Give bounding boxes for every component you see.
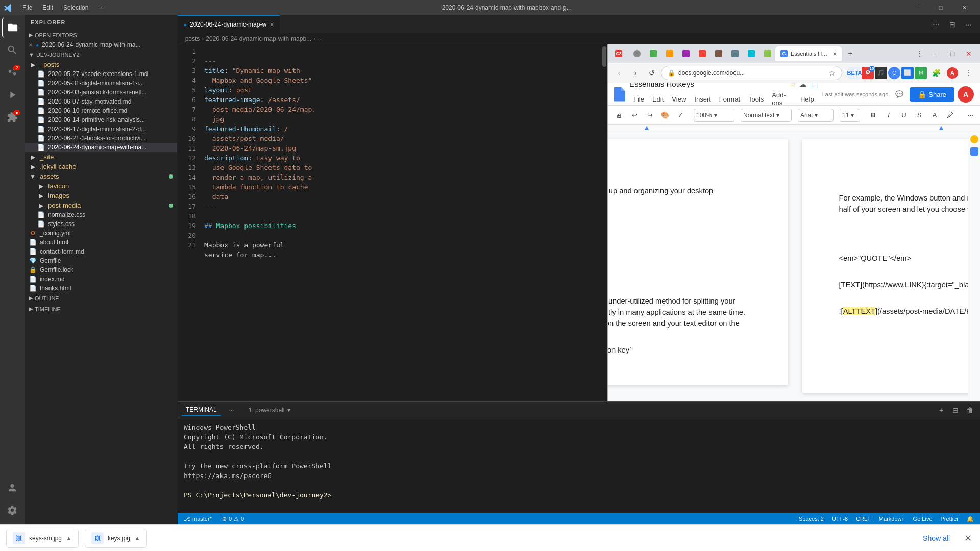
gdocs-menu-file[interactable]: File	[629, 93, 648, 105]
user-avatar[interactable]: A	[958, 86, 974, 103]
status-branch[interactable]: ⎇ master*	[182, 516, 214, 522]
run-icon[interactable]	[2, 85, 22, 105]
browser-tab-2[interactable]	[628, 46, 644, 61]
sidebar-folder-assets[interactable]: ▼ assets	[24, 171, 177, 181]
menu-selection[interactable]: Selection	[59, 3, 92, 12]
sidebar-file-5[interactable]: 📄 2020-06-10-remote-office.md	[24, 106, 177, 115]
toolbar-bold-btn[interactable]: B	[866, 108, 880, 122]
sidebar-file-normalize[interactable]: 📄 normalize.css	[24, 210, 177, 219]
open-editors-section[interactable]: ▶ OPEN EDITORS	[24, 30, 177, 40]
sidebar-file-contact[interactable]: 📄 contact-form.md	[24, 247, 177, 256]
terminal-split-icon[interactable]: ⊟	[949, 404, 962, 416]
star-icon[interactable]: ☆	[790, 83, 796, 88]
sidebar-file-6[interactable]: 📄 2020-06-14-primitive-risk-analysis...	[24, 115, 177, 124]
toolbar-highlight-btn[interactable]: 🖊	[943, 108, 957, 122]
sidebar-file-gemfilelock[interactable]: 🔒 Gemfile.lock	[24, 265, 177, 274]
gdocs-menu-insert[interactable]: Insert	[690, 93, 715, 105]
sidebar-file-9[interactable]: 📄 2020-06-24-dynamic-map-with-ma...	[24, 143, 177, 152]
close-downloads-button[interactable]: ✕	[962, 531, 974, 546]
toolbar-italic-btn[interactable]: I	[881, 108, 896, 122]
browser-tab-c3[interactable]: C3	[610, 46, 627, 61]
browser-tab-gdocs[interactable]: G Essentials Hotkeys - Google D... ✕	[775, 46, 842, 61]
split-down-button[interactable]: ⊟	[945, 17, 960, 32]
toolbar-redo-btn[interactable]: ↪	[643, 108, 657, 122]
status-encoding[interactable]: UTF-8	[830, 516, 850, 522]
toolbar-font-select[interactable]: Arial ▾	[798, 109, 834, 122]
profile-button[interactable]: A	[945, 66, 960, 80]
sidebar-file-styles[interactable]: 📄 styles.css	[24, 219, 177, 229]
sidebar-file-2[interactable]: 📄 2020-05-31-digital-minimalism-1-i...	[24, 79, 177, 88]
extensions-button[interactable]: 🧩	[929, 66, 943, 80]
status-lineending[interactable]: CRLF	[854, 516, 873, 522]
browser-close-icon[interactable]: ✕	[962, 46, 976, 61]
sidebar-file-8[interactable]: 📄 2020-06-21-3-books-for-productivi...	[24, 134, 177, 143]
toolbar-zoom-select[interactable]: 100% ▾	[694, 109, 734, 122]
bookmark-icon[interactable]: ☆	[829, 69, 836, 77]
settings-icon[interactable]	[2, 500, 22, 520]
url-bar[interactable]: 🔒 docs.google.com/docu... ☆	[661, 66, 842, 80]
search-icon[interactable]	[2, 40, 22, 60]
sidebar-folder-images[interactable]: ▶ images	[24, 191, 177, 201]
menu-edit[interactable]: Edit	[38, 3, 57, 12]
gdocs-menu-view[interactable]: View	[668, 93, 690, 105]
gdocs-menu-edit[interactable]: Edit	[648, 93, 668, 105]
browser-tab-10[interactable]	[759, 46, 774, 61]
shell-chevron-icon[interactable]: ▾	[287, 407, 290, 414]
sidebar-file-index[interactable]: 📄 index.md	[24, 274, 177, 284]
new-tab-button[interactable]: +	[843, 46, 858, 61]
browser-maximize-icon[interactable]: □	[945, 46, 960, 61]
browser-settings-button[interactable]: ⋮	[962, 66, 976, 80]
maximize-button[interactable]: □	[929, 0, 952, 15]
extensions-icon[interactable]: ●	[2, 107, 22, 128]
status-bell-icon[interactable]: 🔔	[965, 516, 976, 522]
sidebar-file-4[interactable]: 📄 2020-06-07-stay-motivated.md	[24, 97, 177, 106]
terminal-tab[interactable]: TERMINAL	[182, 404, 221, 416]
outline-section[interactable]: ▶ OUTLINE	[24, 293, 177, 304]
split-editor-button[interactable]: ⋯	[929, 17, 943, 32]
download-chevron-1[interactable]: ▲	[66, 535, 72, 542]
sidebar-folder-favicon[interactable]: ▶ favicon	[24, 181, 177, 191]
gdocs-page-2[interactable]: For example, the Windows button and righ…	[802, 139, 968, 393]
account-icon[interactable]	[2, 478, 22, 498]
toolbar-style-select[interactable]: Normal text ▾	[741, 109, 792, 122]
share-button[interactable]: 🔒Share	[910, 87, 954, 102]
sidebar-file-3[interactable]: 📄 2020-06-03-jamstack-forms-in-netl...	[24, 88, 177, 97]
browser-tab-7[interactable]	[710, 46, 725, 61]
terminal-content[interactable]: Windows PowerShell Copyright (C) Microso…	[178, 419, 980, 513]
sidebar-file-about[interactable]: 📄 about.html	[24, 238, 177, 247]
code-content[interactable]: --- title: "Dynamic map with Mapbox and …	[200, 44, 571, 401]
ext-icon-5[interactable]: ⊠	[915, 67, 927, 79]
source-control-icon[interactable]: 2	[2, 62, 22, 83]
ext-icon-3[interactable]: C	[888, 67, 900, 79]
toolbar-print-btn[interactable]: 🖨	[612, 108, 626, 122]
refresh-button[interactable]: ↺	[645, 66, 659, 80]
sidebar-file-thanks[interactable]: 📄 thanks.html	[24, 284, 177, 293]
editor-tab-active[interactable]: ● 2020-06-24-dynamic-map-w ✕	[178, 15, 280, 33]
status-prettier[interactable]: Prettier	[939, 516, 961, 522]
gdocs-menu-format[interactable]: Format	[715, 93, 744, 105]
show-all-button[interactable]: Show all	[917, 531, 956, 545]
ext-icon-4[interactable]: ⬜	[901, 67, 914, 79]
side-panel-icon-2[interactable]	[970, 147, 978, 156]
terminal-tab-more[interactable]: ···	[225, 405, 238, 416]
sidebar-file-1[interactable]: 📄 2020-05-27-vscode-extensions-1.md	[24, 69, 177, 79]
status-spaces[interactable]: Spaces: 2	[797, 516, 826, 522]
menu-file[interactable]: File	[18, 3, 36, 12]
download-chevron-2[interactable]: ▲	[134, 535, 140, 542]
forward-button[interactable]: ›	[628, 66, 643, 80]
toolbar-paint-btn[interactable]: 🎨	[658, 108, 672, 122]
toolbar-fontsize-select[interactable]: 11 ▾	[840, 109, 860, 122]
gdocs-menu-help[interactable]: Help	[796, 93, 818, 105]
browser-tab-9[interactable]	[743, 46, 758, 61]
sidebar-folder-site[interactable]: ▶ _site	[24, 152, 177, 162]
close-button[interactable]: ✕	[952, 0, 976, 15]
ext-icon-2[interactable]: 🎵	[875, 67, 887, 79]
dev-journey-section[interactable]: ▼ DEV-JOURNEY2	[24, 49, 177, 60]
status-liveserver[interactable]: Go Live	[911, 516, 935, 522]
timeline-section[interactable]: ▶ TIMELINE	[24, 304, 177, 314]
browser-minimize-icon[interactable]: ─	[929, 46, 943, 61]
download-item-2[interactable]: 🖼 keys.jpg ▲	[85, 529, 147, 548]
status-errors[interactable]: ⊘ 0 ⚠ 0	[220, 516, 246, 522]
terminal-add-icon[interactable]: +	[935, 404, 947, 416]
back-button[interactable]: ‹	[612, 66, 626, 80]
